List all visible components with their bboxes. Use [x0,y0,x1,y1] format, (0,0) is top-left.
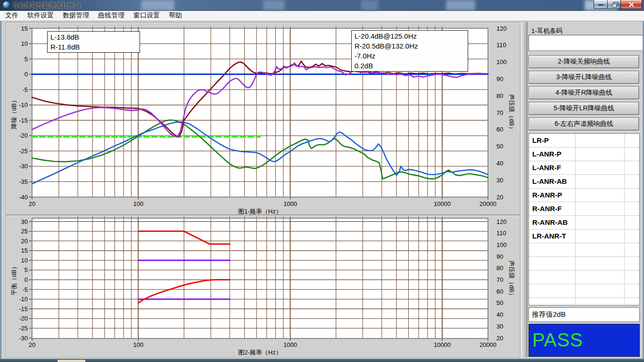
curve-list-cell [625,243,639,256]
curve-list-cell: R-ANR-F [529,202,576,215]
curve-list-cell [529,271,576,284]
curve-list-cell [576,202,625,215]
curve-list-cell [576,243,625,256]
curve-list-cell [625,230,639,243]
curve-list-row[interactable]: L-ANR-P [529,148,639,161]
curve-list-row[interactable] [529,298,639,305]
curve-list-row[interactable]: LR-P [529,134,639,148]
action-button-5[interactable]: 5-降噪开LR降噪曲线 [528,102,639,115]
svg-text:120: 120 [496,25,507,32]
action-button-2[interactable]: 2-降噪关频响曲线 [528,55,639,68]
minimize-icon [598,4,603,6]
svg-text:40: 40 [496,160,503,167]
curve-list[interactable]: LR-PL-ANR-PL-ANR-FL-ANR-ABR-ANR-PR-ANR-F… [528,133,640,305]
svg-text:5: 5 [25,266,28,273]
barcode-label: 1-耳机条码 [531,27,562,35]
svg-text:110: 110 [496,230,506,237]
curve-list-cell [625,271,639,284]
window-frame-left [0,10,1,359]
svg-text:100: 100 [496,241,507,248]
svg-text:70: 70 [496,109,503,116]
svg-text:-30: -30 [19,335,28,342]
curve-list-cell [576,257,625,270]
svg-text:-30: -30 [19,163,28,170]
curve-list-row[interactable] [529,284,639,298]
curve-list-cell [529,298,576,305]
svg-text:-25: -25 [19,325,28,332]
menu-bar: 文件软件设置数据管理曲线管理窗口设置帮助 [0,10,644,21]
svg-text:20000: 20000 [479,341,496,348]
curve-list-row[interactable]: L-ANR-F [529,161,639,175]
curve-list-row[interactable] [529,271,639,284]
restore-button[interactable] [607,0,621,9]
cursor-readout-left: L-13.8dBR-11.8dB [47,31,140,53]
svg-text:30: 30 [496,323,503,330]
cursor-readout-line: L-13.8dB [50,32,137,42]
control-panel: 1-耳机条码 2-降噪关频响曲线3-降噪开L降噪曲线4-降噪开R降噪曲线5-降噪… [527,21,643,359]
close-button[interactable] [620,0,642,9]
svg-text:10000: 10000 [434,200,451,207]
curve-list-cell [576,216,625,229]
svg-text:90: 90 [496,253,503,260]
menu-item-3[interactable]: 数据管理 [61,11,91,20]
curve-list-cell: L-ANR-P [529,148,576,161]
menu-item-6[interactable]: 帮助 [167,11,183,20]
svg-text:50: 50 [496,299,503,306]
curve-list-row[interactable]: L-ANR-AB [529,175,639,189]
titlebar-glass-blob [141,0,174,10]
close-icon [628,1,634,7]
curve-list-row[interactable]: R-ANR-AB [529,216,639,230]
svg-text:0: 0 [25,276,28,283]
action-button-6[interactable]: 6-左右声道频响曲线 [528,117,639,131]
svg-text:-10: -10 [19,101,28,108]
svg-text:20: 20 [496,335,503,342]
curve-list-cell: R-ANR-P [529,189,576,202]
curve-list-row[interactable]: R-ANR-F [529,202,639,216]
barcode-input[interactable] [528,35,643,51]
curve-list-cell [529,284,576,297]
cursor-readout-line: R-11.8dB [50,42,137,52]
svg-text:-35: -35 [19,178,28,185]
curve-list-row[interactable] [529,243,639,257]
application-window: 耳机降噪性能测试软件.vi 文件软件设置数据管理曲线管理窗口设置帮助 15105… [0,0,644,362]
action-button-4[interactable]: 4-降噪开R降噪曲线 [528,86,639,99]
svg-text:5: 5 [25,56,28,63]
curve-list-cell [625,284,639,297]
svg-text:25: 25 [21,228,28,235]
curve-list-row[interactable]: LR-ANR-T [529,230,639,243]
curve-list-cell [529,257,576,270]
menu-item-1[interactable]: 文件 [4,11,20,20]
title-bar[interactable]: 耳机降噪性能测试软件.vi [0,0,644,11]
svg-text:20: 20 [29,200,35,207]
svg-text:30: 30 [21,218,28,225]
svg-text:60: 60 [496,126,503,133]
svg-text:110: 110 [496,41,506,49]
curve-list-cell [576,271,625,284]
curve-list-cell [576,161,625,174]
curve-list-cell [576,148,625,161]
curve-list-cell: L-ANR-F [529,161,576,174]
svg-text:90: 90 [496,75,503,82]
menu-item-5[interactable]: 窗口设置 [132,11,161,20]
svg-text:40: 40 [496,311,503,318]
menu-item-4[interactable]: 曲线管理 [97,11,126,20]
taskbar[interactable] [0,359,644,362]
svg-text:80: 80 [496,92,503,99]
chart1-x-axis-title: 图1-频率（Hz） [32,207,488,216]
curve-list-cell [625,189,639,202]
curve-list-cell [576,284,625,297]
app-icon [3,1,10,8]
minimize-button[interactable] [594,0,608,9]
curve-list-row[interactable] [529,257,639,271]
chart2-x-axis-title: 图2-频率（Hz） [32,348,488,357]
svg-text:20000: 20000 [479,200,496,207]
titlebar-glass-blob [361,0,378,10]
curve-list-cell [625,298,639,305]
taskbar-app-button[interactable] [57,359,86,362]
action-button-3[interactable]: 3-降噪开L降噪曲线 [528,71,639,84]
menu-item-2[interactable]: 软件设置 [26,11,55,20]
curve-list-cell [576,175,625,188]
chart2-graph[interactable]: 302520151050-5-10-15-20-25-3012011010090… [0,216,520,358]
svg-text:-25: -25 [19,148,28,155]
curve-list-row[interactable]: R-ANR-P [529,189,639,202]
